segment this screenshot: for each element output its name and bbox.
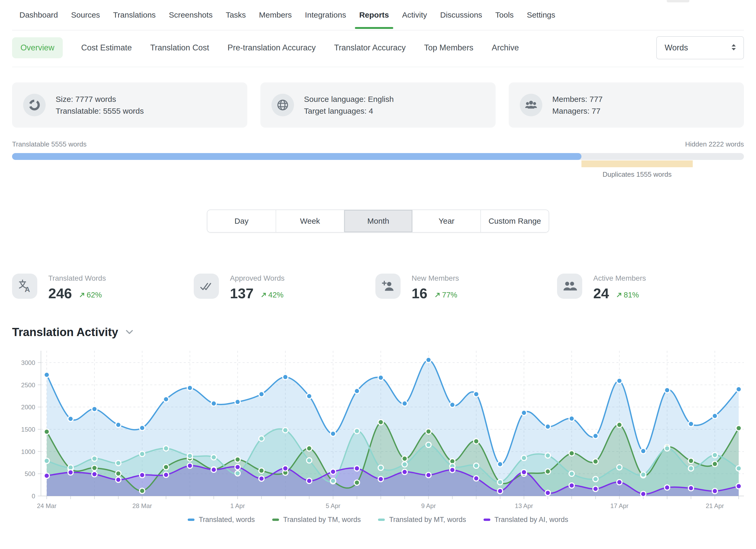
translatable-words-label: Translatable 5555 words (12, 140, 87, 148)
stat-value: 24 (593, 285, 609, 301)
members-card: Members: 777 Managers: 77 (509, 82, 744, 128)
nav-item-dashboard[interactable]: Dashboard (19, 2, 59, 28)
top-navigation: Dashboard Sources Translations Screensho… (12, 0, 744, 30)
active-members-stat: Active Members 24 81% (557, 274, 739, 301)
stat-label: Active Members (593, 274, 646, 283)
source-language-line: Source language: English (304, 93, 394, 105)
nav-item-discussions[interactable]: Discussions (440, 2, 483, 28)
svg-text:1 Apr: 1 Apr (230, 502, 245, 509)
trend-up-icon (79, 291, 86, 298)
tab-translation-cost[interactable]: Translation Cost (150, 43, 209, 53)
svg-text:21 Apr: 21 Apr (706, 502, 724, 509)
window-edge-fragment (667, 0, 689, 2)
tab-translator-accuracy[interactable]: Translator Accuracy (334, 43, 406, 53)
members-line: Members: 777 (552, 93, 603, 105)
reports-subnav: Overview Cost Estimate Translation Cost … (12, 30, 744, 67)
stat-value: 16 (412, 285, 427, 301)
nav-item-reports[interactable]: Reports (359, 2, 389, 28)
people-icon (557, 274, 582, 299)
unit-select[interactable]: Words (656, 36, 744, 59)
legend-label: Translated by MT, words (389, 516, 466, 524)
summary-cards: Size: 7777 words Translatable: 5555 word… (12, 82, 744, 128)
legend-item-translated[interactable]: Translated, words (188, 516, 255, 524)
range-tab-day[interactable]: Day (207, 210, 276, 232)
date-range-tabs: Day Week Month Year Custom Range (12, 210, 744, 233)
target-languages-line: Target languages: 4 (304, 105, 394, 117)
nav-item-integrations[interactable]: Integrations (305, 2, 347, 28)
legend-item-translated-by-tm[interactable]: Translated by TM, words (272, 516, 361, 524)
legend-swatch (188, 519, 195, 521)
nav-item-sources[interactable]: Sources (71, 2, 101, 28)
svg-text:5 Apr: 5 Apr (326, 502, 340, 509)
words-progress: Translatable 5555 words Hidden 2222 word… (12, 140, 744, 182)
nav-item-settings[interactable]: Settings (526, 2, 556, 28)
nav-item-tools[interactable]: Tools (495, 2, 514, 28)
select-updown-icon (730, 42, 737, 54)
svg-text:0: 0 (32, 493, 35, 500)
svg-text:1000: 1000 (21, 448, 35, 455)
nav-item-members[interactable]: Members (259, 2, 292, 28)
hidden-words-label: Hidden 2222 words (685, 140, 744, 148)
tab-top-members[interactable]: Top Members (424, 43, 473, 53)
stat-value: 137 (230, 285, 254, 301)
trend-up-icon (616, 291, 623, 298)
trend-up-icon (260, 291, 267, 298)
words-progress-bar: Duplicates 1555 words (12, 153, 744, 160)
range-tab-year[interactable]: Year (412, 210, 480, 232)
range-tab-custom-range[interactable]: Custom Range (480, 210, 549, 232)
approved-words-stat: Approved Words 137 42% (194, 274, 375, 301)
svg-text:2500: 2500 (21, 381, 35, 389)
translate-icon: A (12, 274, 37, 299)
svg-text:3000: 3000 (21, 359, 35, 366)
nav-item-screenshots[interactable]: Screenshots (168, 2, 213, 28)
stat-label: New Members (412, 274, 459, 283)
managers-line: Managers: 77 (552, 105, 603, 117)
legend-label: Translated, words (199, 516, 255, 524)
svg-text:500: 500 (25, 470, 35, 477)
nav-item-tasks[interactable]: Tasks (225, 2, 246, 28)
stat-delta: 62% (87, 291, 102, 299)
tab-overview[interactable]: Overview (12, 37, 63, 58)
svg-text:28 Mar: 28 Mar (132, 502, 152, 509)
legend-swatch (378, 519, 385, 521)
legend-label: Translated by TM, words (283, 516, 361, 524)
svg-text:1500: 1500 (21, 426, 35, 433)
tab-pre-translation-accuracy[interactable]: Pre-translation Accuracy (228, 43, 316, 53)
svg-text:24 Mar: 24 Mar (37, 502, 57, 509)
unit-select-value: Words (665, 43, 730, 53)
svg-text:2000: 2000 (21, 404, 35, 411)
tab-archive[interactable]: Archive (492, 43, 519, 53)
stat-value: 246 (48, 285, 72, 301)
svg-text:13 Apr: 13 Apr (515, 502, 533, 509)
tab-cost-estimate[interactable]: Cost Estimate (81, 43, 132, 53)
nav-item-activity[interactable]: Activity (402, 2, 428, 28)
trend-up-icon (434, 291, 441, 298)
sync-icon (23, 94, 46, 116)
svg-text:17 Apr: 17 Apr (610, 502, 628, 509)
translation-activity-chart: 05001000150020002500300024 Mar28 Mar1 Ap… (12, 346, 744, 514)
languages-card: Source language: English Target language… (260, 82, 496, 128)
person-add-icon (375, 274, 401, 299)
chart-title: Translation Activity (12, 326, 118, 339)
duplicates-segment (581, 160, 693, 167)
legend-item-translated-by-mt[interactable]: Translated by MT, words (378, 516, 466, 524)
translatable-segment (12, 153, 581, 160)
nav-item-translations[interactable]: Translations (113, 2, 156, 28)
duplicates-label: Duplicates 1555 words (602, 170, 671, 179)
legend-swatch (272, 519, 279, 521)
legend-item-translated-by-ai[interactable]: Translated by AI, words (484, 516, 568, 524)
translatable-line: Translatable: 5555 words (56, 105, 144, 117)
chevron-down-icon[interactable] (125, 329, 134, 335)
svg-text:A: A (25, 285, 30, 294)
stat-delta: 81% (624, 291, 639, 299)
new-members-stat: New Members 16 77% (375, 274, 557, 301)
svg-text:9 Apr: 9 Apr (421, 502, 436, 509)
size-card: Size: 7777 words Translatable: 5555 word… (12, 82, 247, 128)
globe-icon (271, 94, 294, 116)
range-tab-month[interactable]: Month (344, 210, 412, 232)
chart-legend: Translated, words Translated by TM, word… (12, 516, 744, 524)
legend-label: Translated by AI, words (495, 516, 568, 524)
range-tab-week[interactable]: Week (276, 210, 344, 232)
members-icon (520, 94, 542, 116)
stat-delta: 42% (268, 291, 283, 299)
